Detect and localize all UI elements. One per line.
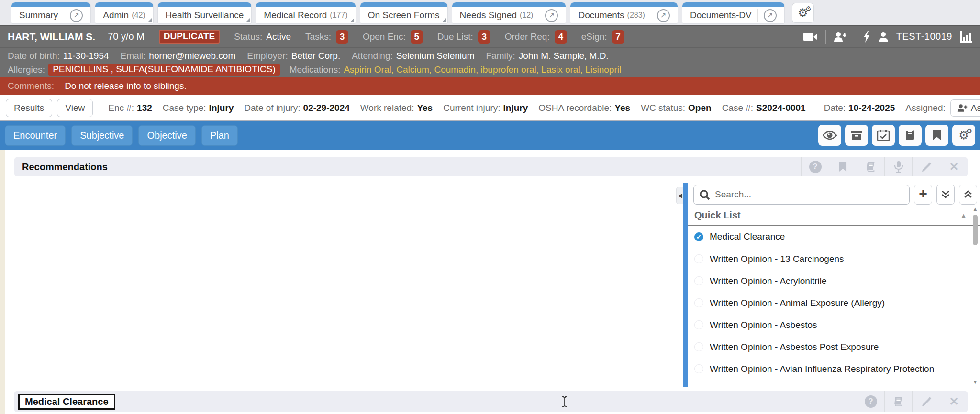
video-call-icon[interactable] [803, 32, 818, 42]
tasks-count-badge[interactable]: 3 [336, 30, 348, 44]
calendar-check-button[interactable] [872, 125, 895, 146]
section-title-focused[interactable]: Medical Clearance [18, 394, 115, 410]
dob-value: 11-30-1954 [63, 51, 109, 61]
scroll-down-arrow[interactable]: ▼ [971, 379, 979, 385]
view-button[interactable]: View [57, 99, 93, 117]
collapse-panel-arrow[interactable]: ◀ [676, 187, 683, 204]
current-injury-value: Injury [503, 103, 528, 113]
book-icon[interactable] [884, 391, 912, 412]
dropdown-corner-icon[interactable] [442, 18, 446, 22]
due-list-label: Due List: [437, 32, 473, 42]
tab-settings-button[interactable]: ⚙⚙ [792, 3, 814, 23]
patient-age-sex: 70 y/o M [108, 31, 145, 42]
tab-medical-record[interactable]: Medical Record (177) [256, 2, 355, 23]
add-person-icon[interactable] [834, 32, 847, 42]
tab-summary[interactable]: Summary ↗ [11, 2, 90, 23]
tab-label: Needs Signed [460, 10, 517, 21]
quick-list-item[interactable]: Written Opinion - Asbestos Post Exposure [688, 336, 980, 358]
scroll-thumb[interactable] [973, 215, 978, 245]
archive-button[interactable] [845, 125, 868, 146]
tab-health-surveillance[interactable]: Health Surveillance [158, 2, 252, 23]
help-icon[interactable]: ? [857, 391, 884, 412]
bookmark-icon[interactable] [829, 157, 857, 176]
tab-accent [452, 2, 566, 7]
tab-on-screen-forms[interactable]: On Screen Forms [360, 2, 447, 23]
quick-list-scrollbar[interactable]: ▲ ▼ [971, 206, 979, 385]
quick-list-item[interactable]: Written Opinion - 13 Carcinogens [688, 248, 980, 270]
quick-list: ✓ Medical Clearance Written Opinion - 13… [688, 226, 980, 380]
status-value: Active [266, 32, 291, 42]
tab-label: Documents-DV [690, 10, 752, 21]
assign-button[interactable]: Assign [950, 99, 980, 117]
gears-icon: ⚙⚙ [958, 130, 969, 141]
close-icon[interactable]: ✕ [940, 391, 968, 412]
person-icon[interactable] [878, 32, 889, 42]
item-radio-icon [694, 342, 703, 351]
item-radio-icon [694, 298, 703, 307]
results-button[interactable]: Results [6, 99, 52, 117]
panel-accent-strip [683, 183, 688, 387]
open-new-window-icon[interactable]: ↗ [757, 9, 777, 22]
date-of-injury-value: 02-29-2024 [303, 103, 350, 113]
divider [825, 30, 826, 44]
lightning-icon[interactable] [863, 31, 870, 43]
edit-pencil-icon[interactable] [912, 157, 940, 176]
item-radio-icon [694, 364, 703, 373]
add-button[interactable]: + [914, 185, 932, 205]
open-new-window-icon[interactable]: ↗ [651, 9, 670, 22]
due-list-count-badge[interactable]: 3 [478, 30, 490, 44]
bookmark-button[interactable] [925, 125, 948, 146]
quick-list-item[interactable]: Written Opinion - Animal Exposure (Aller… [688, 292, 980, 314]
tab-documents-dv[interactable]: Documents-DV ↗ [682, 2, 784, 23]
objective-button[interactable]: Objective [138, 125, 195, 146]
tab-accent [158, 2, 252, 7]
quick-list-item[interactable]: Written Opinion - Asbestos [688, 314, 980, 336]
close-icon[interactable]: ✕ [940, 157, 968, 176]
quick-list-item[interactable]: ✓ Medical Clearance [688, 226, 980, 248]
expand-all-button[interactable] [936, 185, 955, 205]
esign-count-badge[interactable]: 7 [612, 30, 624, 44]
dropdown-corner-icon[interactable] [246, 18, 250, 22]
medications-value[interactable]: Aspirin Oral, Calcium, Coumadin, ibuprof… [344, 65, 621, 75]
book-icon[interactable] [857, 157, 884, 176]
wc-status-label: WC status: [641, 103, 685, 113]
allergies-value[interactable]: PENICILLINS , SULFA(SULFONAMIDE ANTIBIOT… [48, 64, 280, 76]
book-button[interactable] [899, 125, 922, 146]
tasks-label: Tasks: [305, 32, 331, 42]
tab-label: Admin [103, 10, 129, 21]
tab-label: On Screen Forms [368, 10, 440, 21]
patient-id: TEST-10019 [896, 31, 952, 42]
edit-pencil-icon[interactable] [912, 391, 940, 412]
encounter-button[interactable]: Encounter [5, 125, 66, 146]
chart-tab-bar: Summary ↗ Admin (42) Health Surveillance… [0, 0, 980, 25]
search-icon [699, 189, 711, 201]
quick-list-item[interactable]: Written Opinion - Acrylonitrile [688, 270, 980, 292]
tab-needs-signed[interactable]: Needs Signed (12) ↗ [452, 2, 566, 23]
collapse-all-button[interactable] [959, 185, 977, 205]
scroll-up-arrow[interactable]: ▲ [971, 206, 979, 212]
microphone-icon[interactable] [884, 157, 912, 176]
chart-stats-icon[interactable] [960, 31, 972, 43]
osha-recordable-label: OSHA recordable: [538, 103, 612, 113]
comments-value: Do not release info to siblings. [65, 81, 187, 91]
tab-admin[interactable]: Admin (42) [95, 2, 153, 23]
plan-button[interactable]: Plan [201, 125, 238, 146]
search-input[interactable] [693, 185, 910, 205]
dropdown-corner-icon[interactable] [350, 18, 354, 22]
subjective-button[interactable]: Subjective [71, 125, 133, 146]
order-req-count-badge[interactable]: 4 [555, 30, 567, 44]
open-enc-count-badge[interactable]: 5 [411, 30, 423, 44]
allergies-label: Allergies: [8, 65, 45, 75]
duplicate-badge[interactable]: DUPLICATE [159, 30, 220, 44]
tab-documents[interactable]: Documents (283) ↗ [570, 2, 677, 23]
open-new-window-icon[interactable]: ↗ [64, 9, 83, 22]
open-new-window-icon[interactable]: ↗ [539, 9, 558, 22]
dropdown-corner-icon[interactable] [148, 18, 152, 22]
date-of-injury-label: Date of injury: [244, 103, 300, 113]
help-icon[interactable]: ? [801, 157, 829, 176]
quick-list-item[interactable]: Written Opinion - Avian Influenza Respir… [688, 358, 980, 380]
settings-gears-button[interactable]: ⚙⚙ [952, 125, 975, 146]
demographics-bar: Date of birth: 11-30-1954 Email: horner@… [0, 47, 980, 77]
eye-preview-button[interactable] [818, 125, 841, 146]
item-radio-icon [694, 254, 703, 263]
